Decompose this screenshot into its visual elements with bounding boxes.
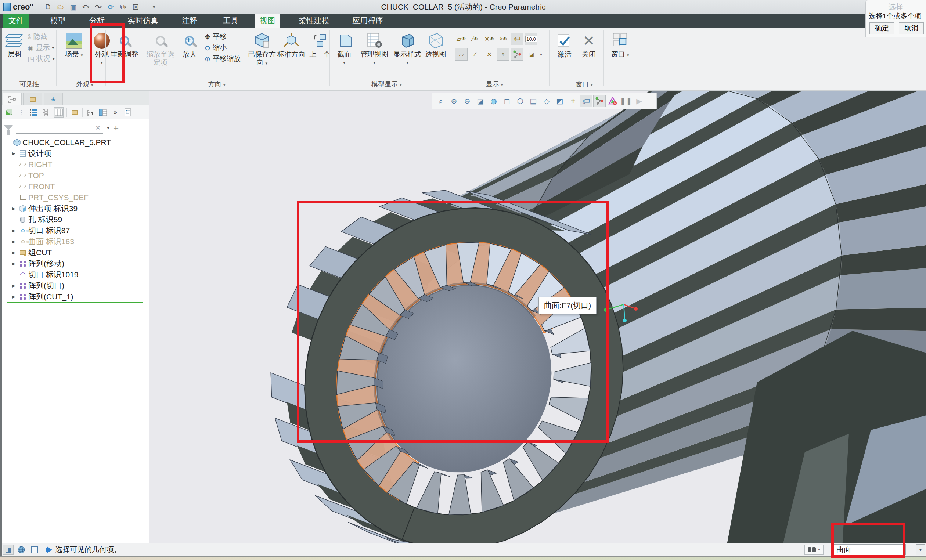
- open-file-button[interactable]: 🗁: [55, 2, 66, 12]
- play-icon[interactable]: ▶: [633, 95, 645, 107]
- tree-row-csys[interactable]: PRT_CSYS_DEF: [0, 192, 149, 203]
- pause-icon[interactable]: ❚❚: [620, 95, 632, 107]
- browser-globe-icon[interactable]: [16, 545, 27, 555]
- saved-orientations-button[interactable]: 已保存方向 ▾: [246, 31, 278, 67]
- saved-orientations-view-icon[interactable]: ⬡: [514, 95, 527, 107]
- expand-arrow[interactable]: ▶: [10, 239, 17, 244]
- tree-row-pattern-cut1[interactable]: ▶阵列(CUT_1): [0, 291, 149, 302]
- display-style-view-icon[interactable]: ◻: [501, 95, 513, 107]
- render-studio-icon[interactable]: [607, 95, 619, 107]
- tree-row-group-cut[interactable]: ▶组CUT: [0, 247, 149, 258]
- blank-page-icon[interactable]: [29, 545, 40, 555]
- tree-row-right-plane[interactable]: RIGHT: [0, 159, 149, 170]
- undo-button[interactable]: ↶▾: [80, 2, 91, 12]
- cancel-button[interactable]: 取消: [899, 23, 924, 34]
- scene-button[interactable]: 场景 ▾: [62, 31, 86, 59]
- add-filter-button[interactable]: +: [113, 122, 119, 134]
- tree-filter-input-box[interactable]: ✕: [16, 122, 103, 134]
- refit-button[interactable]: 重新调整: [109, 31, 140, 58]
- dimension-display-toggle[interactable]: 10.0: [525, 33, 537, 45]
- tree-columns-button[interactable]: [54, 107, 64, 118]
- show-more-arrow[interactable]: ▾: [537, 48, 545, 60]
- window-switch-button[interactable]: ⧉▾: [118, 2, 129, 12]
- view-manager-icon[interactable]: ▤: [527, 95, 540, 107]
- tree-filter-button[interactable]: [86, 107, 95, 118]
- tree-settings-button[interactable]: [70, 107, 79, 118]
- zoom-out-button[interactable]: ⊖缩小: [204, 43, 227, 53]
- sections-button[interactable]: 截面 ▾: [333, 31, 355, 66]
- graphics-area[interactable]: ⌕ ⊕ ⊖ ◪ ◍ ◻ ⬡ ▤ ◇ ◩ ⌗ 🏷 ❚❚ ▶ 曲面:F7(切口): [149, 91, 926, 543]
- tab-model[interactable]: 模型: [45, 14, 71, 27]
- manage-views-button[interactable]: 管理视图 ▾: [357, 31, 391, 66]
- tree-row-front-plane[interactable]: FRONT: [0, 181, 149, 192]
- annotation-display-icon[interactable]: 🏷: [580, 95, 593, 107]
- tree-report-button[interactable]: [123, 107, 133, 118]
- perspective-view-icon[interactable]: ◇: [540, 95, 553, 107]
- zoom-out-view-icon[interactable]: ⊖: [461, 95, 474, 107]
- csys-display-toggle[interactable]: ⌖👁: [497, 33, 510, 45]
- previous-view-button[interactable]: 上一个: [308, 31, 332, 58]
- show-button-tree[interactable]: [4, 107, 14, 118]
- zoom-to-selected-button[interactable]: 缩放至选定项: [144, 31, 177, 66]
- filter-dropdown-arrow[interactable]: ▼: [106, 125, 110, 130]
- tab-analysis[interactable]: 分析: [84, 14, 110, 27]
- pan-zoom-button[interactable]: ⊕平移缩放: [204, 54, 241, 63]
- annotations-icon[interactable]: ⌗: [567, 95, 579, 107]
- clear-filter-icon[interactable]: ✕: [95, 124, 101, 132]
- selection-filter-dropdown[interactable]: ▼: [916, 544, 925, 555]
- activate-button[interactable]: 激活: [554, 31, 576, 58]
- standard-orientation-button[interactable]: 标准方向: [275, 31, 307, 58]
- expand-list-button[interactable]: [29, 107, 39, 118]
- tree-table-button[interactable]: [98, 107, 107, 118]
- tab-file[interactable]: 文件: [3, 14, 29, 27]
- tab-applications[interactable]: 应用程序: [347, 14, 388, 27]
- perspective-button[interactable]: 透视图: [424, 31, 448, 58]
- search-in-model-button[interactable]: ▾: [804, 545, 823, 555]
- expand-arrow[interactable]: ▶: [10, 228, 17, 233]
- hide-button[interactable]: 🕱隐藏: [27, 32, 47, 41]
- tree-row-part[interactable]: CHUCK_COLLAR_5.PRT: [0, 137, 149, 148]
- tree-row-pattern-move[interactable]: ▶阵列(移动): [0, 258, 149, 269]
- tree-row-design-items[interactable]: ▶设计项: [0, 148, 149, 159]
- spin-center-toggle[interactable]: [511, 48, 524, 60]
- point-display-toggle[interactable]: ✕👁: [483, 33, 495, 45]
- layer-tree-button[interactable]: 层树: [4, 31, 25, 58]
- 3d-model-viewport[interactable]: [149, 91, 926, 543]
- tree-row-pattern-cut[interactable]: ▶阵列(切口): [0, 280, 149, 291]
- insertion-locator-line[interactable]: [7, 302, 143, 303]
- windows-button[interactable]: 窗口 ▾: [607, 31, 633, 59]
- tree-row-hole-59[interactable]: 孔 标识59: [0, 214, 149, 225]
- expand-arrow[interactable]: ▶: [10, 151, 17, 156]
- zoom-in-button[interactable]: + 放大: [179, 31, 200, 58]
- plane-display-toggle[interactable]: ▱👁: [455, 33, 468, 45]
- expand-arrow[interactable]: ▶: [10, 283, 17, 288]
- axis-display-toggle[interactable]: ∕👁: [469, 33, 481, 45]
- redo-button[interactable]: ↷▾: [92, 2, 104, 12]
- save-button[interactable]: ▣: [68, 2, 79, 12]
- appearance-dropdown-arrow[interactable]: ▾: [101, 58, 103, 66]
- zoom-in-view-icon[interactable]: ⊕: [448, 95, 460, 107]
- show-button[interactable]: ◉显示▾: [27, 43, 54, 53]
- tab-live-sim[interactable]: 实时仿真: [122, 14, 163, 27]
- more-tools-chevron[interactable]: »: [110, 107, 120, 118]
- tab-view[interactable]: 视图: [254, 14, 280, 27]
- tree-row-top-plane[interactable]: TOP: [0, 170, 149, 181]
- close-window-button[interactable]: ☒: [130, 2, 141, 12]
- annotation-display-toggle[interactable]: 🏷: [511, 33, 524, 45]
- expand-arrow[interactable]: ▶: [10, 250, 17, 255]
- refit-view-icon[interactable]: ⌕: [434, 95, 447, 107]
- display-style-button[interactable]: 显示样式 ▾: [392, 31, 423, 66]
- section-view-icon[interactable]: ◩: [554, 95, 566, 107]
- section-display-toggle[interactable]: ◪: [525, 48, 537, 60]
- ok-button[interactable]: 确定: [869, 23, 894, 34]
- point-tag-toggle[interactable]: ✕: [483, 48, 495, 60]
- axis-tag-toggle[interactable]: ∕: [469, 48, 481, 60]
- expand-arrow[interactable]: ▶: [10, 294, 17, 299]
- tab-flex-model[interactable]: 柔性建模: [294, 14, 334, 27]
- tree-row-extrude-39[interactable]: ▶伸出项 标识39: [0, 203, 149, 214]
- pan-button[interactable]: ✥平移: [204, 32, 227, 41]
- regenerate-button[interactable]: ⟳: [105, 2, 116, 12]
- tree-row-cut-87[interactable]: ▶切口 标识87: [0, 225, 149, 236]
- tab-tools[interactable]: 工具: [218, 14, 244, 27]
- new-file-button[interactable]: 🗋: [42, 2, 54, 12]
